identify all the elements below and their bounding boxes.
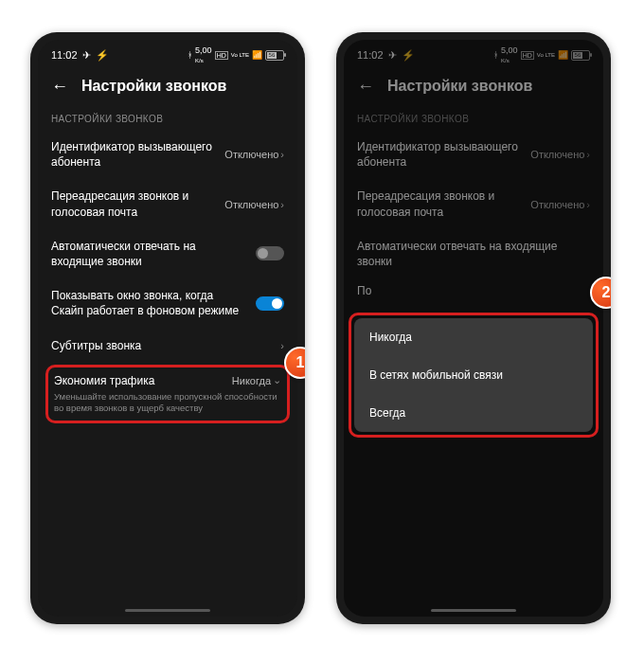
hd-icon: HD (521, 51, 534, 60)
back-icon[interactable]: ← (357, 78, 374, 95)
section-label: НАСТРОЙКИ ЗВОНКОВ (38, 108, 297, 130)
volte-icon: Vo LTE (231, 52, 249, 58)
option-mobile[interactable]: В сетях мобильной связи (354, 356, 593, 394)
chevron-right-icon: › (586, 149, 590, 160)
highlight-popup: Никогда В сетях мобильной связи Всегда (349, 313, 599, 438)
setting-save-data-title[interactable]: Экономия трафика (54, 373, 154, 388)
send-icon: ✈ (82, 49, 91, 62)
nav-bar-handle[interactable] (125, 609, 210, 612)
chevron-right-icon: › (280, 149, 284, 160)
option-always[interactable]: Всегда (354, 394, 593, 432)
status-time: 11:02 (357, 49, 384, 61)
status-time: 11:02 (51, 49, 78, 61)
net-speed: 5,00K/s (501, 45, 518, 64)
toggle-show-window[interactable] (256, 296, 284, 311)
bolt-icon: ⚡ (402, 49, 415, 62)
setting-forwarding[interactable]: Переадресация звонков и голосовая почта … (38, 179, 297, 228)
bolt-icon: ⚡ (96, 49, 109, 62)
chevron-right-icon: › (280, 199, 284, 210)
status-bar: 11:02 ✈ ⚡ ᚼ 5,00K/s HD Vo LTE 📶 56 (38, 40, 297, 68)
setting-auto-answer[interactable]: Автоматически отвечать на входящие звонк… (344, 229, 603, 278)
setting-caller-id[interactable]: Идентификатор вызывающего абонента Отклю… (38, 130, 297, 179)
nav-bar-handle[interactable] (431, 609, 516, 612)
toggle-auto-answer[interactable] (256, 246, 284, 260)
signal-icon: 📶 (558, 50, 568, 60)
status-bar: 11:02 ✈ ⚡ ᚼ 5,00K/s HD Vo LTE 📶 56 (344, 40, 603, 68)
phone-frame-left: 11:02 ✈ ⚡ ᚼ 5,00K/s HD Vo LTE 📶 56 ← Нас… (30, 32, 305, 624)
app-header: ← Настройки звонков (38, 68, 297, 108)
setting-caller-id[interactable]: Идентификатор вызывающего абонента Отклю… (344, 130, 603, 179)
app-header: ← Настройки звонков (344, 68, 603, 108)
battery-icon: 56 (265, 50, 284, 61)
setting-save-data-sub: Уменьшайте использование пропускной спос… (54, 391, 281, 415)
setting-show-window-partial: По (344, 278, 603, 299)
highlight-save-data: Экономия трафика Никогда⌄ Уменьшайте исп… (45, 365, 290, 423)
setting-captions[interactable]: Субтитры звонка › (38, 329, 297, 363)
back-icon[interactable]: ← (51, 78, 68, 95)
phone-frame-right: 11:02 ✈ ⚡ ᚼ 5,00K/s HD Vo LTE 📶 56 ← Нас… (336, 32, 611, 624)
page-title: Настройки звонков (387, 78, 532, 95)
signal-icon: 📶 (252, 50, 262, 60)
setting-show-window[interactable]: Показывать окно звонка, когда Скайп рабо… (38, 278, 297, 328)
option-never[interactable]: Никогда (354, 318, 593, 356)
save-data-dropdown: Никогда В сетях мобильной связи Всегда (354, 318, 593, 432)
volte-icon: Vo LTE (537, 52, 555, 58)
net-speed: 5,00K/s (195, 45, 212, 64)
setting-forwarding[interactable]: Переадресация звонков и голосовая почта … (344, 179, 603, 228)
bluetooth-icon: ᚼ (493, 50, 498, 60)
bluetooth-icon: ᚼ (188, 50, 192, 60)
battery-icon: 56 (571, 50, 590, 61)
hd-icon: HD (215, 51, 228, 60)
page-title: Настройки звонков (81, 78, 226, 95)
setting-auto-answer[interactable]: Автоматически отвечать на входящие звонк… (38, 229, 297, 278)
chevron-right-icon: › (586, 199, 590, 210)
section-label: НАСТРОЙКИ ЗВОНКОВ (344, 108, 603, 130)
send-icon: ✈ (388, 49, 397, 62)
chevron-right-icon: › (280, 340, 284, 351)
chevron-down-icon: ⌄ (273, 374, 281, 386)
